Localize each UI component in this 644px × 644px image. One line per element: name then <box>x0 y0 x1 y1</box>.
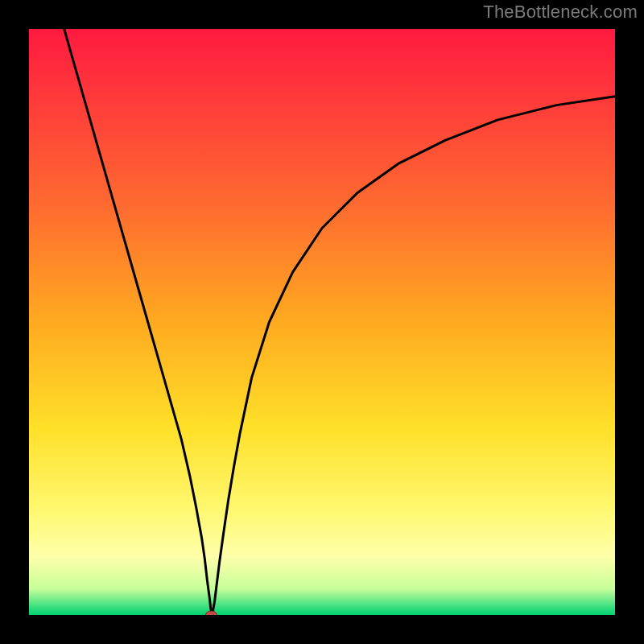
plot-background <box>29 29 615 615</box>
chart-canvas <box>0 0 644 644</box>
bottleneck-chart-svg <box>0 0 644 644</box>
chart-frame: TheBottleneck.com <box>0 0 644 644</box>
watermark-text: TheBottleneck.com <box>483 2 638 23</box>
